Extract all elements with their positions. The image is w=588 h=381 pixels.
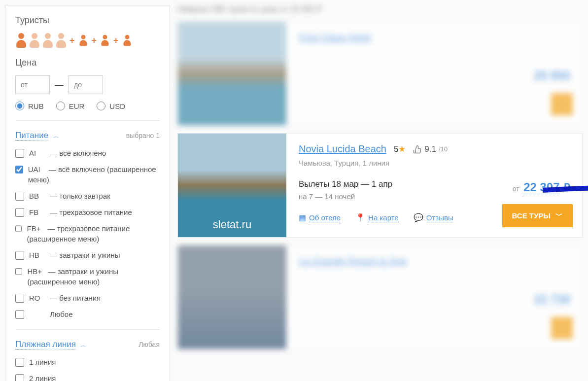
price-to-input[interactable] <box>69 75 103 94</box>
hotel-name-link[interactable]: Novia Lucida Beach <box>299 143 386 155</box>
hotel-card-focused: sletat.ru Novia Lucida Beach 5★ 9.1/10 Ч… <box>177 133 583 238</box>
star-icon: ★ <box>398 144 406 154</box>
currency-rub-radio[interactable]: RUB <box>15 102 44 110</box>
price-separator: — <box>55 80 64 90</box>
main-content: Найдено 385 туров по цене от 20 650 Р Fi… <box>177 5 583 381</box>
child-icon[interactable] <box>79 35 88 46</box>
calendar-icon: ▦ <box>299 213 306 222</box>
meal-checkbox-item[interactable]: UAI — всё включено (расширенное меню) <box>15 164 160 185</box>
hotel-location: Чамьюва, Турция, 1 линия <box>299 159 570 167</box>
tourists-label: Туристы <box>15 15 160 26</box>
checkbox[interactable] <box>15 294 24 303</box>
beachline-checkbox-item[interactable]: 1 линия <box>15 357 160 367</box>
adult-icon[interactable] <box>15 33 27 48</box>
meal-checkbox-item[interactable]: HB+ — завтраки и ужины (расширенное меню… <box>15 266 160 287</box>
hotel-name[interactable]: La Grande Resort & Spa <box>299 255 407 267</box>
price-from-input[interactable] <box>15 75 50 94</box>
divider <box>15 120 160 121</box>
divider <box>15 329 160 330</box>
all-tours-button[interactable]: ВСЕ ТУРЫ ﹀ <box>502 204 573 227</box>
checkbox[interactable] <box>15 224 22 233</box>
adult-icon[interactable] <box>42 33 54 48</box>
beachline-toggle[interactable]: Пляжная линия <box>15 340 76 349</box>
child-icon[interactable] <box>101 35 109 46</box>
price-currency: ₽ <box>563 181 570 194</box>
tourists-icons[interactable]: + + + <box>15 33 160 48</box>
on-map-link[interactable]: 📍 На карте <box>355 213 399 222</box>
pin-icon: 📍 <box>355 213 365 222</box>
beachline-checkbox-item[interactable]: 2 линия <box>15 373 160 381</box>
chevron-up-icon: ︿ <box>80 342 86 348</box>
price-value: 22 307 <box>523 180 559 194</box>
meal-checkbox-item[interactable]: RO — без питания <box>15 293 160 303</box>
hotel-card[interactable]: First Class Hotel 20 650 <box>177 21 583 126</box>
meal-checkbox-item[interactable]: FB+ — трехразовое питание (расширенное м… <box>15 223 160 244</box>
hotel-stars: 5★ <box>394 144 406 154</box>
thumb-up-icon <box>413 145 422 154</box>
all-tours-button[interactable] <box>551 93 573 115</box>
hotel-image <box>178 22 286 125</box>
checkbox[interactable] <box>15 192 24 201</box>
meal-checkbox-item[interactable]: AI — всё включено <box>15 148 160 158</box>
hotel-name[interactable]: First Class Hotel <box>299 32 371 43</box>
adult-icon[interactable] <box>55 33 67 48</box>
beachline-section: Пляжная линия ︿ Любая 1 линия 2 линия <box>15 340 160 381</box>
adult-icon[interactable] <box>29 33 40 48</box>
checkbox[interactable] <box>15 358 24 367</box>
hotel-card[interactable]: La Grande Resort & Spa 22 730 <box>177 245 583 349</box>
price-section: Цена — RUB EUR USD <box>15 58 160 110</box>
meal-checkbox-item[interactable]: HB — завтраки и ужины <box>15 250 160 260</box>
hotel-image[interactable]: sletat.ru <box>178 134 286 237</box>
plus-icon: + <box>113 35 119 46</box>
beachline-hint: Любая <box>138 341 160 348</box>
currency-usd-radio[interactable]: USD <box>97 102 125 110</box>
meals-toggle[interactable]: Питание <box>15 131 48 140</box>
child-icon[interactable] <box>123 35 132 46</box>
meal-checkbox-item[interactable]: Любое <box>15 309 160 319</box>
plus-icon: + <box>69 35 75 46</box>
meals-section: Питание ︿ выбрано 1 AI — всё включено UA… <box>15 131 160 319</box>
meal-checkbox-item[interactable]: FB — трехразовое питание <box>15 207 160 217</box>
chevron-down-icon: ﹀ <box>555 211 563 220</box>
all-tours-button[interactable] <box>551 317 573 339</box>
watermark: sletat.ru <box>213 218 251 231</box>
tourists-section: Туристы + + + <box>15 15 160 48</box>
plus-icon: + <box>92 35 97 46</box>
chevron-up-icon: ︿ <box>53 133 59 139</box>
checkbox[interactable] <box>15 165 23 174</box>
meal-checkbox-item[interactable]: BB — только завтрак <box>15 191 160 201</box>
checkbox[interactable] <box>15 267 22 276</box>
checkbox[interactable] <box>15 374 24 381</box>
checkbox[interactable] <box>15 310 24 319</box>
results-header: Найдено 385 туров по цене от 20 650 Р <box>177 5 583 14</box>
price-label: Цена <box>15 58 160 68</box>
sidebar: Туристы + + + Цена — <box>5 5 170 381</box>
checkbox[interactable] <box>15 251 24 260</box>
currency-eur-radio[interactable]: EUR <box>56 102 85 110</box>
checkbox[interactable] <box>15 149 24 158</box>
checkbox[interactable] <box>15 208 24 217</box>
hotel-image <box>178 245 286 349</box>
chat-icon: 💬 <box>414 213 423 222</box>
meals-hint: выбрано 1 <box>126 132 160 139</box>
about-hotel-link[interactable]: ▦ Об отеле <box>299 213 341 222</box>
hotel-rating: 9.1/10 <box>413 144 448 154</box>
reviews-link[interactable]: 💬 Отзывы <box>414 213 453 222</box>
hotel-price[interactable]: от 22 307 ₽ <box>513 180 570 194</box>
